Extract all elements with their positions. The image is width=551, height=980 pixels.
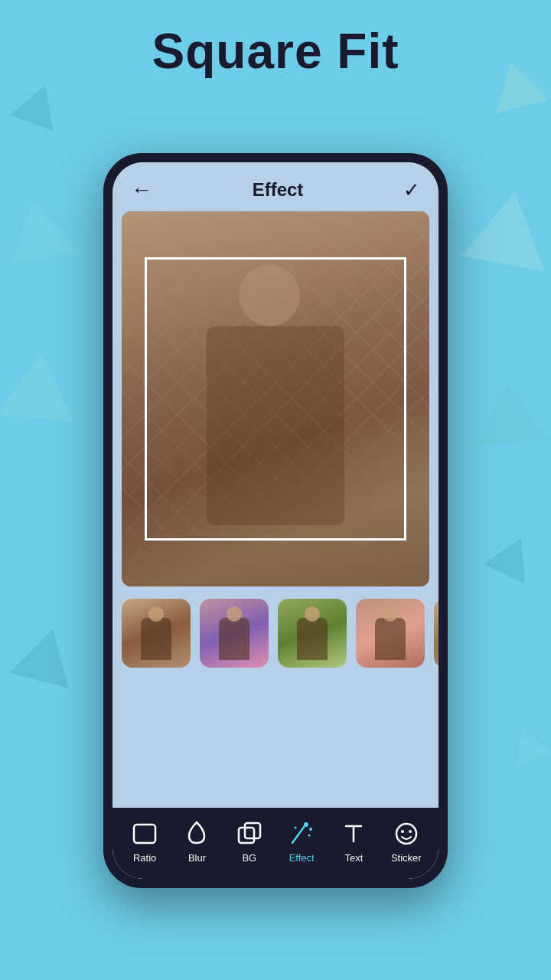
phone-header: ← Effect ✓ <box>112 162 439 211</box>
svg-point-7 <box>295 827 297 829</box>
confirm-button[interactable]: ✓ <box>403 178 420 202</box>
bg-triangle-9 <box>504 722 551 766</box>
image-area <box>122 211 429 586</box>
bottom-toolbar: Ratio Blur BG <box>112 808 439 879</box>
tool-text-label: Text <box>345 852 364 864</box>
effect-icon <box>288 820 315 848</box>
svg-point-6 <box>308 835 311 837</box>
bg-triangle-2 <box>0 194 77 264</box>
svg-line-3 <box>292 826 305 843</box>
effect-thumbnail-2[interactable] <box>200 599 269 668</box>
text-svg-icon <box>343 822 364 846</box>
app-title: Square Fit <box>0 23 551 80</box>
tool-bg[interactable]: BG <box>227 820 272 864</box>
bg-triangle-8 <box>484 528 542 583</box>
thumb-figure-2 <box>219 618 249 660</box>
tool-effect[interactable]: Effect <box>279 820 324 864</box>
thumb-figure-1 <box>141 618 171 660</box>
bg-icon <box>236 820 263 848</box>
tool-sticker[interactable]: Sticker <box>383 820 429 864</box>
phone-inner: ← Effect ✓ <box>112 162 439 879</box>
thumb-figure-4 <box>375 618 406 660</box>
sticker-icon <box>393 820 420 848</box>
blur-svg-icon <box>186 821 207 847</box>
bg-svg-icon <box>237 822 262 846</box>
effect-svg-icon <box>289 822 314 846</box>
effect-thumbnail-3[interactable] <box>278 599 347 668</box>
tool-blur-label: Blur <box>188 852 206 864</box>
effect-thumbnail-5[interactable] <box>434 599 439 668</box>
back-button[interactable]: ← <box>131 178 152 202</box>
effects-thumbnails <box>112 586 439 808</box>
bg-triangle-7 <box>472 380 546 446</box>
tool-ratio[interactable]: Ratio <box>122 820 168 864</box>
crop-selection-box <box>145 257 406 541</box>
screen-title: Effect <box>253 179 304 201</box>
tool-blur[interactable]: Blur <box>174 820 220 864</box>
bg-triangle-6 <box>461 185 551 271</box>
ratio-icon <box>131 820 158 848</box>
text-icon <box>340 820 367 848</box>
thumb-figure-3 <box>297 618 328 660</box>
tool-text[interactable]: Text <box>331 820 377 864</box>
blur-icon <box>183 820 210 848</box>
bg-triangle-1 <box>10 77 67 130</box>
bg-triangle-3 <box>0 349 80 421</box>
tool-bg-label: BG <box>242 852 256 864</box>
tool-sticker-label: Sticker <box>391 852 422 864</box>
svg-point-5 <box>309 828 312 831</box>
phone-mockup: ← Effect ✓ <box>103 153 448 888</box>
bg-triangle-4 <box>9 621 82 688</box>
svg-point-4 <box>304 822 308 827</box>
svg-rect-0 <box>134 825 155 843</box>
svg-point-12 <box>409 830 412 833</box>
effect-thumbnail-1[interactable] <box>122 599 191 668</box>
svg-rect-2 <box>245 823 260 838</box>
svg-rect-1 <box>239 828 254 843</box>
tool-ratio-label: Ratio <box>133 852 156 864</box>
svg-point-10 <box>396 824 416 844</box>
sticker-svg-icon <box>394 822 419 846</box>
svg-point-11 <box>401 830 404 833</box>
effect-thumbnail-4[interactable] <box>356 599 425 668</box>
tool-effect-label: Effect <box>289 852 315 864</box>
ratio-svg-icon <box>132 823 157 844</box>
